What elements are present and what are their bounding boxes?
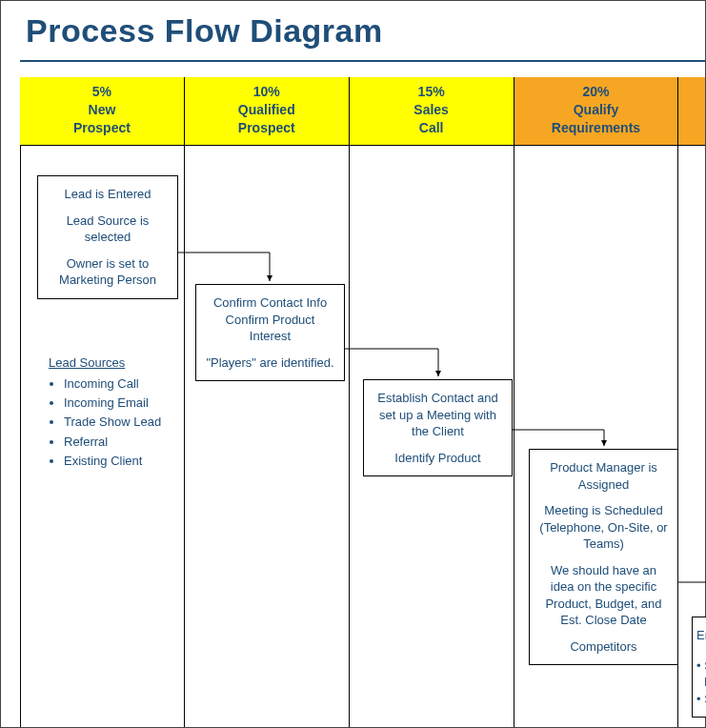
column-header-5-percent: 5% New Prospect xyxy=(20,77,184,146)
box4-p2: Meeting is Scheduled (Telephone, On-Site… xyxy=(537,502,670,553)
lead-source-item: Referral xyxy=(64,433,192,452)
lead-sources-notes: Lead Sources Incoming Call Incoming Emai… xyxy=(49,354,192,471)
column-header-10-percent: 10% Qualified Prospect xyxy=(185,77,349,146)
lead-source-item: Incoming Call xyxy=(64,374,192,394)
column-header-overflow xyxy=(678,77,705,146)
column-header-15-percent: 15% Sales Call xyxy=(350,77,514,146)
col-percent: 10% xyxy=(189,83,345,101)
box5-p1a: Eng xyxy=(696,628,706,642)
box4-p1: Product Manager is Assigned xyxy=(537,459,670,493)
col-percent: 15% xyxy=(353,83,510,101)
lead-sources-list: Incoming Call Incoming Email Trade Show … xyxy=(49,374,192,471)
box3-p1: Establish Contact and set up a Meeting w… xyxy=(372,390,504,440)
box1-p1: Lead is Entered xyxy=(46,186,170,203)
column-10-percent: 10% Qualified Prospect xyxy=(185,77,350,727)
box-overflow-partial: Eng • S P • S xyxy=(692,617,706,718)
box1-p2: Lead Source is selected xyxy=(46,212,170,246)
box4-p3: We should have an idea on the specific P… xyxy=(537,562,670,629)
box2-p1: Confirm Contact Info Confirm Product Int… xyxy=(204,294,336,345)
lead-source-item: Incoming Email xyxy=(64,394,192,413)
page-title: Process Flow Diagram xyxy=(1,1,705,59)
box-product-manager: Product Manager is Assigned Meeting is S… xyxy=(529,449,678,665)
col-percent: 20% xyxy=(518,83,675,101)
box4-p4: Competitors xyxy=(537,638,670,656)
column-header-20-percent: 20% Qualify Requirements xyxy=(514,77,678,146)
col-percent: 5% xyxy=(24,83,180,101)
col-label-2: Requirements xyxy=(518,119,675,137)
box2-p2: "Players" are identified. xyxy=(204,354,336,372)
title-underline xyxy=(20,60,705,62)
lead-sources-title: Lead Sources xyxy=(49,354,192,373)
box1-p3: Owner is set to Marketing Person xyxy=(46,255,170,289)
col-label-1: Sales xyxy=(353,101,510,119)
box3-p2: Identify Product xyxy=(372,450,504,467)
box-lead-entered: Lead is Entered Lead Source is selected … xyxy=(37,175,178,299)
col-label-1: Qualify xyxy=(518,101,675,119)
col-label-2: Prospect xyxy=(189,119,345,137)
box-establish-contact: Establish Contact and set up a Meeting w… xyxy=(363,379,513,476)
lead-source-item: Existing Client xyxy=(64,452,192,471)
col-label-2: Prospect xyxy=(24,119,180,137)
box-confirm-contact: Confirm Contact Info Confirm Product Int… xyxy=(195,284,345,381)
col-label-1: New xyxy=(24,101,180,119)
col-label-1: Qualified xyxy=(189,101,345,119)
col-label-2: Call xyxy=(353,119,510,137)
lead-source-item: Trade Show Lead xyxy=(64,413,192,432)
process-flow-diagram: Process Flow Diagram 5% New Prospect 10%… xyxy=(0,0,706,728)
